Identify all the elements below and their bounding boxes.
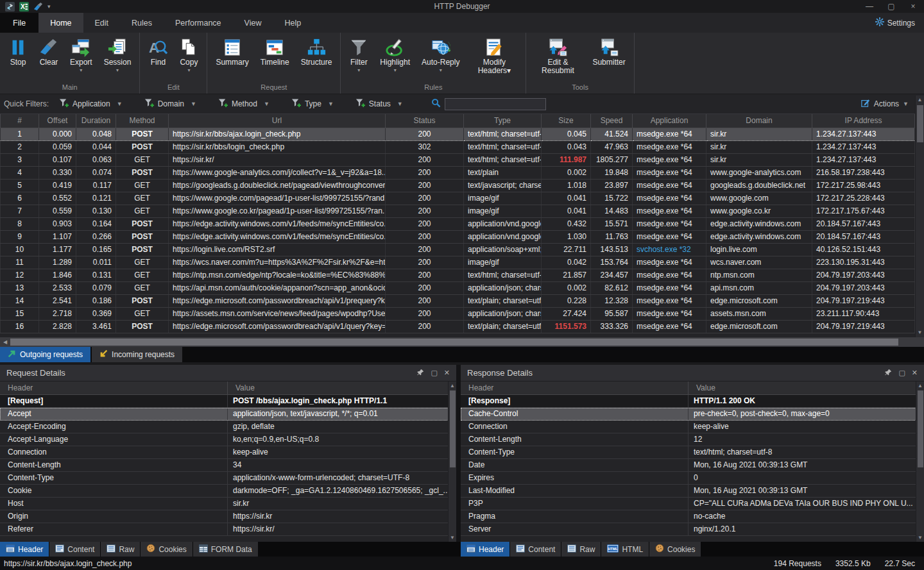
table-row[interactable]: 111.2890.011GEThttps://wcs.naver.com/m?u… bbox=[1, 256, 924, 269]
table-row[interactable]: 162.8283.461POSThttps://edge.microsoft.c… bbox=[1, 320, 924, 333]
scroll-down-icon[interactable]: ▼ bbox=[918, 533, 923, 542]
header-row[interactable]: Refererhttps://sir.kr/ bbox=[0, 523, 456, 536]
header-row[interactable]: P3PCP="ALL CURa ADMa DEVa TAIa OUR BUS I… bbox=[461, 498, 924, 510]
scroll-down-icon[interactable]: ▼ bbox=[450, 533, 455, 542]
header-row[interactable]: Content-Typeapplication/x-www-form-urlen… bbox=[0, 472, 456, 485]
structure-button[interactable]: Structure bbox=[295, 37, 338, 67]
stop-button[interactable]: Stop bbox=[3, 37, 33, 67]
excel-export-icon[interactable]: X bbox=[19, 2, 29, 12]
table-row[interactable]: 101.1770.165POSThttps://login.live.com/R… bbox=[1, 243, 924, 256]
quick-filter-application[interactable]: Application▼ bbox=[59, 98, 123, 110]
menu-performance[interactable]: Performance bbox=[164, 13, 233, 33]
scroll-left-icon[interactable]: ◀ bbox=[0, 339, 10, 345]
panel-splitter[interactable] bbox=[456, 365, 461, 542]
table-row[interactable]: 10.0000.048POSThttps://sir.kr/bbs/ajax.l… bbox=[1, 128, 924, 140]
scroll-up-icon[interactable]: ▲ bbox=[918, 381, 923, 390]
settings-button[interactable]: Settings bbox=[866, 13, 924, 33]
header-row[interactable]: Content-Length34 bbox=[0, 459, 456, 472]
quick-filter-domain[interactable]: Domain▼ bbox=[144, 98, 196, 110]
tab-response-raw[interactable]: Raw bbox=[561, 542, 601, 557]
header-row[interactable]: Expires0 bbox=[461, 472, 924, 485]
pin-icon[interactable] bbox=[885, 369, 892, 378]
scroll-thumb[interactable] bbox=[917, 105, 923, 142]
column-header-offset[interactable]: Offset bbox=[39, 114, 76, 128]
menu-home[interactable]: Home bbox=[38, 13, 83, 33]
menu-rules[interactable]: Rules bbox=[120, 13, 164, 33]
column-header-duration[interactable]: Duration bbox=[76, 114, 116, 128]
clear-quick-icon[interactable] bbox=[33, 2, 43, 12]
table-row[interactable]: 60.5520.121GEThttps://www.google.com/pag… bbox=[1, 192, 924, 205]
hscroll-thumb[interactable] bbox=[10, 339, 898, 346]
export-button[interactable]: Export▾ bbox=[64, 37, 98, 73]
copy-button[interactable]: Copy▾ bbox=[173, 37, 204, 73]
column-header-type[interactable]: Type bbox=[464, 114, 542, 128]
header-row[interactable]: DateMon, 16 Aug 2021 00:39:13 GMT bbox=[461, 459, 924, 472]
request-details-scrollbar[interactable]: ▲▼ bbox=[448, 381, 456, 542]
tab-response-html[interactable]: HTMLHTML bbox=[601, 542, 649, 557]
summary-button[interactable]: Summary bbox=[210, 37, 254, 67]
header-row[interactable]: Accept-Encodinggzip, deflate bbox=[0, 421, 456, 433]
column-header-url[interactable]: Url bbox=[169, 114, 386, 128]
maximize-panel-icon[interactable]: ▢ bbox=[431, 369, 437, 377]
edit-resubmit-button[interactable]: Edit & Resubmit bbox=[529, 37, 586, 75]
table-row[interactable]: 91.1070.266POSThttps://edge.activity.win… bbox=[1, 230, 924, 243]
close-panel-icon[interactable]: ✕ bbox=[444, 369, 450, 377]
column-header-method[interactable]: Method bbox=[116, 114, 169, 128]
scroll-up-icon[interactable]: ▲ bbox=[450, 381, 455, 390]
close-panel-icon[interactable]: ✕ bbox=[912, 369, 918, 377]
tab-response-header[interactable]: Header bbox=[461, 542, 509, 557]
table-row[interactable]: 40.3300.074POSThttps://www.google-analyt… bbox=[1, 166, 924, 179]
minimize-button[interactable]: — bbox=[859, 2, 880, 11]
actions-button[interactable]: Actions ▼ bbox=[861, 99, 909, 110]
search-input[interactable] bbox=[445, 98, 546, 110]
tab-incoming-requests[interactable]: Incoming requests bbox=[92, 347, 182, 362]
menu-file[interactable]: File bbox=[0, 13, 38, 33]
tab-request-header[interactable]: Header bbox=[0, 542, 49, 557]
tab-request-raw[interactable]: Raw bbox=[101, 542, 140, 557]
pin-icon[interactable] bbox=[417, 369, 424, 378]
scroll-up-icon[interactable]: ▲ bbox=[918, 96, 923, 105]
table-row[interactable]: 121.8460.131GEThttps://ntp.msn.com/edge/… bbox=[1, 269, 924, 281]
scroll-thumb[interactable] bbox=[450, 390, 456, 467]
grid-horizontal-scrollbar[interactable]: ◀ bbox=[0, 337, 924, 347]
header-row[interactable]: Pragmano-cache bbox=[461, 510, 924, 523]
column-header-status[interactable]: Status bbox=[386, 114, 464, 128]
header-row[interactable]: Acceptapplication/json, text/javascript,… bbox=[0, 408, 456, 421]
header-row[interactable]: Content-Length12 bbox=[461, 433, 924, 446]
quick-filter-type[interactable]: Type▼ bbox=[291, 98, 334, 110]
session-button[interactable]: Session▾ bbox=[98, 37, 137, 73]
table-row[interactable]: 132.5330.079GEThttps://api.msn.com/auth/… bbox=[1, 281, 924, 294]
column-header-domain[interactable]: Domain bbox=[706, 114, 812, 128]
table-row[interactable]: 30.1070.063GEThttps://sir.kr/200text/htm… bbox=[1, 153, 924, 166]
quick-filter-method[interactable]: Method▼ bbox=[218, 98, 270, 110]
tab-outgoing-requests[interactable]: Outgoing requests bbox=[0, 347, 90, 362]
menu-edit[interactable]: Edit bbox=[83, 13, 121, 33]
qat-customize-chevron-icon[interactable]: ▾ bbox=[47, 3, 51, 10]
header-row[interactable]: [Response]HTTP/1.1 200 OK bbox=[461, 395, 924, 408]
close-button[interactable]: × bbox=[902, 2, 924, 11]
highlight-button[interactable]: Highlight▾ bbox=[374, 37, 416, 73]
tab-request-cookies[interactable]: Cookies bbox=[141, 542, 192, 557]
modify-headers-button[interactable]: Modify Headers▾ bbox=[465, 37, 523, 75]
grid-vertical-scrollbar[interactable]: ▲ ▼ bbox=[915, 96, 924, 337]
tab-response-cookies[interactable]: Cookies bbox=[649, 542, 701, 557]
header-row[interactable]: Content-Typetext/html; charset=utf-8 bbox=[461, 446, 924, 459]
submitter-button[interactable]: Submitter bbox=[586, 37, 631, 67]
find-button[interactable]: AFind bbox=[142, 37, 173, 67]
header-row[interactable]: Cache-Controlpre-check=0, post-check=0, … bbox=[461, 408, 924, 421]
tab-request-content[interactable]: Content bbox=[49, 542, 100, 557]
header-row[interactable]: Originhttps://sir.kr bbox=[0, 510, 456, 523]
header-row[interactable]: Last-ModifiedMon, 16 Aug 2021 00:39:13 G… bbox=[461, 485, 924, 498]
table-row[interactable]: 142.5410.186POSThttps://edge.microsoft.c… bbox=[1, 294, 924, 307]
header-row[interactable]: Hostsir.kr bbox=[0, 498, 456, 510]
header-row[interactable]: Connectionkeep-alive bbox=[0, 446, 456, 459]
quick-filter-status[interactable]: Status▼ bbox=[355, 98, 403, 110]
menu-help[interactable]: Help bbox=[273, 13, 312, 33]
header-row[interactable]: Connectionkeep-alive bbox=[461, 421, 924, 433]
table-row[interactable]: 152.7180.369GEThttps://assets.msn.com/se… bbox=[1, 307, 924, 320]
header-row[interactable]: Cookiedarkmode=OFF; _ga=GA1.2.1240860469… bbox=[0, 485, 456, 498]
header-row[interactable]: Servernginx/1.20.1 bbox=[461, 523, 924, 536]
column-header-#[interactable]: # bbox=[1, 114, 39, 128]
column-header-ip-address[interactable]: IP Address bbox=[812, 114, 915, 128]
grid-header-row[interactable]: #OffsetDurationMethodUrlStatusTypeSizeSp… bbox=[1, 114, 924, 128]
